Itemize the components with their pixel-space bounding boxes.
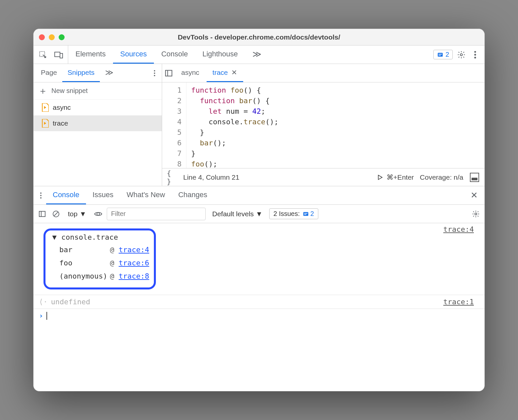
return-value: undefined xyxy=(51,298,90,306)
new-snippet-label: New snippet xyxy=(51,87,88,95)
minimize-window-button[interactable] xyxy=(49,34,55,40)
tab-elements[interactable]: Elements xyxy=(68,45,113,64)
svg-rect-18 xyxy=(39,211,45,217)
tabs-overflow-button[interactable]: ≫ xyxy=(245,45,269,64)
drawer-tab-issues[interactable]: Issues xyxy=(86,186,120,204)
issues-count: 2 xyxy=(446,51,449,58)
console-settings-icon[interactable] xyxy=(471,209,481,219)
device-toolbar-icon[interactable] xyxy=(53,49,64,60)
close-window-button[interactable] xyxy=(39,34,45,40)
stack-trace-table: bar @ trace:4 foo @ trace:6 (anony xyxy=(50,243,149,283)
editor-tab-async[interactable]: async xyxy=(175,64,205,82)
editor-tab-label: async xyxy=(181,69,199,76)
expand-trace-icon[interactable]: ▼ xyxy=(50,233,59,241)
svg-point-16 xyxy=(40,195,42,196)
frame-location-link[interactable]: trace:4 xyxy=(119,243,149,256)
svg-point-9 xyxy=(474,56,476,58)
stack-frame: bar @ trace:4 xyxy=(50,243,149,256)
return-arrow-icon: ⟨· xyxy=(39,298,48,306)
clear-console-icon[interactable] xyxy=(51,209,61,219)
new-snippet-button[interactable]: ＋ New snippet xyxy=(34,82,162,100)
sidebar-tab-snippets[interactable]: Snippets xyxy=(62,64,100,82)
stack-frame: (anonymous) @ trace:8 xyxy=(50,270,149,283)
close-tab-icon[interactable]: ✕ xyxy=(231,69,237,76)
svg-rect-1 xyxy=(55,52,60,57)
plus-icon: ＋ xyxy=(38,85,47,97)
titlebar: DevTools - developer.chrome.com/docs/dev… xyxy=(34,29,484,45)
console-sidebar-toggle-icon[interactable] xyxy=(37,209,47,219)
at-symbol: @ xyxy=(109,243,115,256)
maximize-window-button[interactable] xyxy=(59,34,65,40)
snippet-item-label: async xyxy=(53,104,71,111)
inspect-element-icon[interactable] xyxy=(38,49,48,60)
drawer-tab-changes[interactable]: Changes xyxy=(172,186,214,204)
svg-point-22 xyxy=(97,213,100,215)
line-gutter: 1 2 3 4 5 6 7 8 xyxy=(162,82,187,168)
frame-function: foo xyxy=(59,256,105,270)
console-filter-input[interactable] xyxy=(107,208,206,220)
issues-indicator[interactable]: 2 xyxy=(433,50,453,59)
svg-line-21 xyxy=(54,212,58,216)
log-levels-select[interactable]: Default levels ▼ xyxy=(209,209,266,219)
console-prompt[interactable]: › xyxy=(34,309,484,322)
drawer-more-icon[interactable] xyxy=(36,190,46,201)
at-symbol: @ xyxy=(109,256,115,270)
drawer-tab-whatsnew[interactable]: What's New xyxy=(120,186,172,204)
code-editor[interactable]: 1 2 3 4 5 6 7 8 function foo() { functio… xyxy=(162,82,484,168)
svg-point-15 xyxy=(40,192,42,194)
more-options-icon[interactable] xyxy=(470,49,480,60)
settings-icon[interactable] xyxy=(456,49,467,60)
svg-point-11 xyxy=(154,72,155,74)
snippet-file-icon xyxy=(42,103,49,112)
drawer-tab-console[interactable]: Console xyxy=(46,186,86,204)
code-content: function foo() { function bar() { let nu… xyxy=(187,82,283,168)
sources-panel: Page Snippets ≫ ＋ New snippet async trac… xyxy=(34,64,484,186)
sidebar-more-icon[interactable] xyxy=(149,68,160,78)
tab-sources[interactable]: Sources xyxy=(113,45,154,64)
console-trace-message: trace:4 ▼ console.trace bar @ trace:4 xyxy=(34,223,484,295)
toggle-navigator-icon[interactable] xyxy=(163,68,174,78)
chevron-down-icon: ▼ xyxy=(256,210,263,218)
frame-location-link[interactable]: trace:8 xyxy=(119,270,149,283)
main-toolbar: Elements Sources Console Lighthouse ≫ 2 xyxy=(34,45,484,64)
dock-icon[interactable] xyxy=(469,172,480,183)
tab-lighthouse[interactable]: Lighthouse xyxy=(195,45,245,64)
panel-tabs: Elements Sources Console Lighthouse ≫ xyxy=(68,45,429,64)
coverage-status: Coverage: n/a xyxy=(420,173,463,181)
svg-rect-25 xyxy=(304,214,306,215)
sidebar-tab-page[interactable]: Page xyxy=(36,64,62,82)
context-label: top xyxy=(68,210,77,218)
text-cursor xyxy=(46,312,47,320)
editor-statusbar: { } Line 4, Column 21 ⌘+Enter Coverage: … xyxy=(162,168,484,186)
svg-point-7 xyxy=(474,51,476,52)
snippet-item-trace[interactable]: trace xyxy=(34,115,162,131)
at-symbol: @ xyxy=(109,270,115,283)
format-icon[interactable]: { } xyxy=(167,172,177,183)
drawer-close-icon[interactable]: ✕ xyxy=(466,190,482,200)
run-shortcut: ⌘+Enter xyxy=(387,173,414,181)
svg-point-8 xyxy=(474,54,476,55)
execution-context-select[interactable]: top ▼ xyxy=(65,209,90,219)
frame-function: (anonymous) xyxy=(59,270,105,283)
console-issues-button[interactable]: 2 Issues: 2 xyxy=(269,208,318,219)
devtools-window: DevTools - developer.chrome.com/docs/dev… xyxy=(33,29,485,391)
svg-rect-2 xyxy=(60,53,63,58)
editor-tab-trace[interactable]: trace ✕ xyxy=(207,64,243,82)
cursor-position: Line 4, Column 21 xyxy=(183,173,239,181)
run-icon[interactable] xyxy=(377,174,383,181)
sidebar-tabs-overflow[interactable]: ≫ xyxy=(100,64,119,82)
message-source-link[interactable]: trace:4 xyxy=(443,225,474,233)
tab-console[interactable]: Console xyxy=(154,45,195,64)
stack-trace-highlight: ▼ console.trace bar @ trace:4 foo xyxy=(43,228,156,289)
return-source-link[interactable]: trace:1 xyxy=(443,298,474,306)
editor-tabs: async trace ✕ xyxy=(162,64,484,82)
trace-title: console.trace xyxy=(61,233,118,241)
snippet-item-async[interactable]: async xyxy=(34,100,162,115)
console-output: trace:4 ▼ console.trace bar @ trace:4 xyxy=(34,223,484,391)
live-expression-icon[interactable] xyxy=(93,209,103,219)
frame-location-link[interactable]: trace:6 xyxy=(119,256,149,270)
svg-point-17 xyxy=(40,197,42,198)
svg-rect-23 xyxy=(303,212,308,216)
frame-function: bar xyxy=(59,243,105,256)
levels-label: Default levels xyxy=(212,210,254,218)
